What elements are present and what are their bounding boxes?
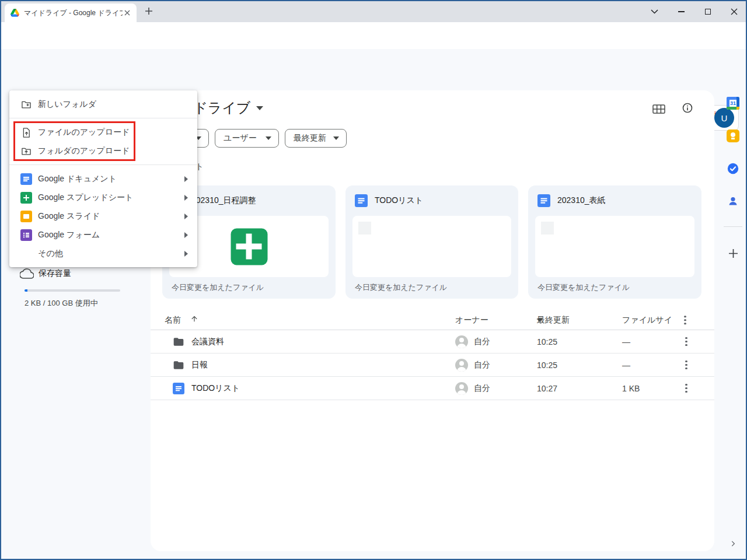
close-window-button[interactable] bbox=[725, 5, 743, 19]
file-owner: 自分 bbox=[474, 383, 490, 394]
table-row[interactable]: 日報 自分 10:25 — bbox=[151, 354, 714, 377]
grid-view-icon[interactable] bbox=[652, 104, 665, 114]
storage-progress-bar bbox=[25, 289, 120, 292]
maximize-button[interactable] bbox=[699, 5, 717, 19]
account-avatar[interactable]: U bbox=[714, 108, 734, 128]
collapse-panel-chevron-icon[interactable] bbox=[726, 537, 740, 551]
file-size: — bbox=[622, 337, 630, 346]
submenu-arrow-icon bbox=[184, 176, 188, 182]
cloud-storage-icon bbox=[20, 268, 34, 279]
sheets-logo-icon bbox=[231, 228, 267, 265]
docs-icon bbox=[173, 383, 184, 394]
new-tab-button[interactable] bbox=[145, 7, 156, 19]
table-options-icon[interactable] bbox=[684, 316, 686, 325]
sheets-icon bbox=[20, 192, 32, 204]
folder-icon bbox=[173, 359, 184, 371]
submenu-arrow-icon bbox=[184, 214, 188, 219]
drive-header: ドライブ ECCS Cloud Mail Information Technol… bbox=[0, 49, 747, 88]
storage-usage-text: 2 KB / 100 GB 使用中 bbox=[25, 298, 98, 309]
browser-tab-strip: マイドライブ - Google ドライブ bbox=[0, 0, 747, 22]
file-size: — bbox=[622, 360, 630, 370]
contacts-icon[interactable] bbox=[726, 194, 740, 208]
owner-avatar bbox=[455, 359, 468, 372]
new-menu: 新しいフォルダ ファイルのアップロード フォルダのアップロード Google ド… bbox=[9, 90, 197, 267]
card-reason: 今日変更を加えたファイル bbox=[172, 282, 264, 293]
modified-filter-chip[interactable]: 最終更新 bbox=[285, 129, 347, 148]
file-name: TODOリスト bbox=[191, 383, 240, 394]
row-more-icon[interactable] bbox=[680, 336, 692, 348]
minimize-button[interactable] bbox=[672, 5, 690, 19]
docs-icon bbox=[537, 194, 550, 207]
sort-descending-icon bbox=[537, 318, 543, 322]
slides-icon bbox=[20, 211, 32, 222]
menu-item-more[interactable]: その他 bbox=[9, 244, 197, 263]
docs-icon bbox=[20, 173, 32, 185]
tab-search-chevron-icon[interactable] bbox=[645, 5, 663, 19]
side-panel-divider bbox=[724, 226, 742, 227]
menu-item-new-folder[interactable]: 新しいフォルダ bbox=[9, 95, 197, 114]
keep-icon[interactable] bbox=[726, 129, 740, 143]
file-table-header: 名前 オーナー 最終更新 ファイルサイ bbox=[151, 310, 714, 330]
suggested-card[interactable]: 202310_表紙 今日変更を加えたファイル bbox=[528, 186, 701, 299]
folder-icon bbox=[173, 336, 184, 348]
card-reason: 今日変更を加えたファイル bbox=[537, 282, 630, 293]
docs-icon bbox=[355, 194, 368, 207]
owner-avatar bbox=[455, 335, 468, 348]
row-more-icon[interactable] bbox=[680, 359, 692, 371]
chevron-down-icon bbox=[333, 136, 339, 140]
browser-toolbar: drive.google.com/drive/my-drive U bbox=[0, 22, 747, 49]
submenu-arrow-icon bbox=[184, 251, 188, 257]
new-folder-icon bbox=[20, 99, 32, 110]
card-thumbnail bbox=[352, 216, 511, 277]
card-reason: 今日変更を加えたファイル bbox=[355, 282, 447, 293]
info-icon[interactable] bbox=[682, 102, 693, 116]
tab-close-icon[interactable] bbox=[123, 8, 132, 18]
chevron-down-icon bbox=[256, 106, 263, 110]
submenu-arrow-icon bbox=[184, 232, 188, 238]
file-modified: 10:27 bbox=[537, 384, 557, 393]
menu-item-google-sheets[interactable]: Google スプレッドシート bbox=[9, 188, 197, 207]
sort-ascending-icon[interactable] bbox=[190, 314, 198, 324]
chevron-down-icon bbox=[266, 136, 271, 140]
file-name: 日報 bbox=[191, 360, 208, 370]
file-owner: 自分 bbox=[474, 337, 490, 347]
card-thumbnail bbox=[535, 216, 694, 277]
row-more-icon[interactable] bbox=[680, 383, 692, 394]
user-filter-chip[interactable]: ユーザー bbox=[215, 129, 279, 148]
card-title: 202310_日程調整 bbox=[191, 195, 256, 206]
menu-item-google-docs[interactable]: Google ドキュメント bbox=[9, 170, 197, 188]
tasks-icon[interactable] bbox=[726, 162, 740, 176]
table-row[interactable]: 会議資料 自分 10:25 — bbox=[151, 330, 714, 354]
drive-favicon-icon bbox=[11, 9, 19, 17]
file-size: 1 KB bbox=[622, 384, 640, 393]
column-header-owner[interactable]: オーナー bbox=[455, 315, 488, 326]
file-modified: 10:25 bbox=[537, 360, 557, 370]
table-row[interactable]: TODOリスト 自分 10:27 1 KB bbox=[151, 377, 714, 400]
file-name: 会議資料 bbox=[191, 337, 224, 347]
browser-tab[interactable]: マイドライブ - Google ドライブ bbox=[5, 4, 137, 22]
file-modified: 10:25 bbox=[537, 337, 557, 346]
menu-item-google-slides[interactable]: Google スライド bbox=[9, 207, 197, 226]
calendar-icon[interactable]: 31 bbox=[726, 96, 740, 110]
get-addons-plus-icon[interactable] bbox=[726, 246, 740, 260]
suggested-card[interactable]: TODOリスト 今日変更を加えたファイル bbox=[345, 186, 518, 299]
annotation-highlight-box bbox=[13, 121, 135, 161]
file-owner: 自分 bbox=[474, 360, 490, 370]
menu-item-google-forms[interactable]: Google フォーム bbox=[9, 226, 197, 244]
column-header-name[interactable]: 名前 bbox=[165, 315, 181, 326]
my-drive-content: マイドライブ ユーザー 最終更新 候補リスト 202310_日程調整 今日変更を… bbox=[151, 90, 714, 551]
owner-avatar bbox=[455, 382, 468, 395]
column-header-size[interactable]: ファイルサイ bbox=[622, 315, 672, 326]
tab-title: マイドライブ - Google ドライブ bbox=[24, 8, 123, 18]
submenu-arrow-icon bbox=[184, 195, 188, 201]
card-title: 202310_表紙 bbox=[557, 195, 606, 206]
card-title: TODOリスト bbox=[375, 195, 423, 206]
storage-label[interactable]: 保存容量 bbox=[39, 268, 71, 279]
forms-icon bbox=[20, 229, 32, 241]
